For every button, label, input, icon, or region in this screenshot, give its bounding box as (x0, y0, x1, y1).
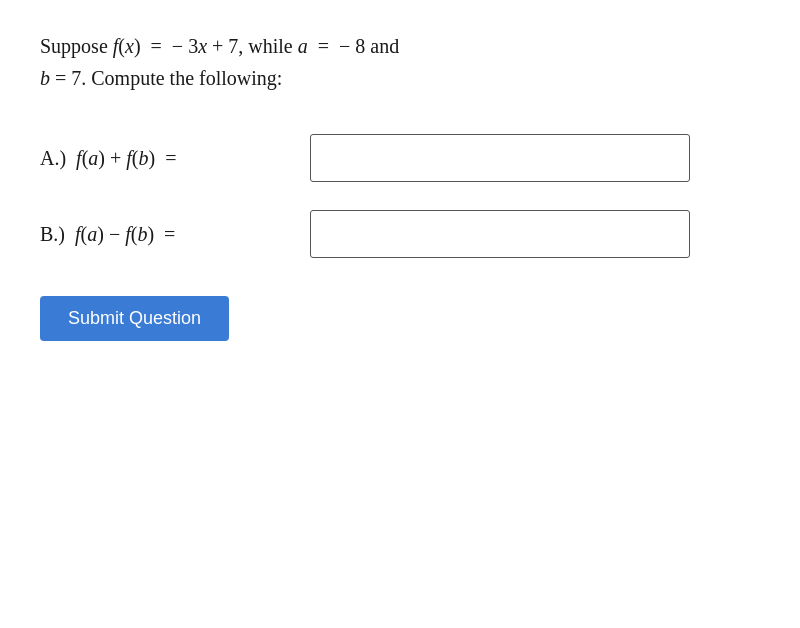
submit-row: Submit Question (40, 286, 760, 341)
part-b-input[interactable] (310, 210, 690, 258)
problem-statement: Suppose f(x) = − 3x + 7, while a = − 8 a… (40, 30, 760, 94)
statement-line2: b = 7. Compute the following: (40, 62, 760, 94)
statement-line1: Suppose f(x) = − 3x + 7, while a = − 8 a… (40, 30, 760, 62)
part-a-input[interactable] (310, 134, 690, 182)
part-a-row: A.) f(a) + f(b) = (40, 134, 760, 182)
part-a-label: A.) f(a) + f(b) = (40, 147, 310, 170)
part-b-row: B.) f(a) − f(b) = (40, 210, 760, 258)
submit-button[interactable]: Submit Question (40, 296, 229, 341)
page-container: Suppose f(x) = − 3x + 7, while a = − 8 a… (0, 0, 800, 371)
part-b-label: B.) f(a) − f(b) = (40, 223, 310, 246)
